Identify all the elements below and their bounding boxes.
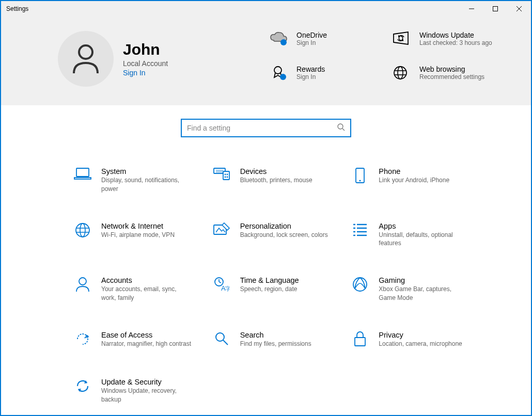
header-section: John Local Account Sign In OneDrive Sign… xyxy=(1,17,531,105)
svg-point-22 xyxy=(224,177,226,178)
svg-rect-15 xyxy=(74,178,91,179)
qa-sub: Sign In xyxy=(296,73,325,82)
cat-network[interactable]: Network & Internet Wi-Fi, airplane mode,… xyxy=(73,222,202,248)
qa-web-browsing[interactable]: Web browsing Recommended settings xyxy=(393,65,496,87)
cat-privacy[interactable]: Privacy Location, camera, microphone xyxy=(351,331,479,349)
cat-gaming[interactable]: Gaming Xbox Game Bar, captures, Game Mod… xyxy=(351,276,479,302)
account-block[interactable]: John Local Account Sign In xyxy=(58,31,244,87)
cat-title: Devices xyxy=(240,167,312,175)
quick-actions: OneDrive Sign In Windows Update Last che… xyxy=(270,31,496,87)
update-security-icon xyxy=(73,378,92,396)
cat-accounts[interactable]: Accounts Your accounts, email, sync, wor… xyxy=(73,276,202,302)
minimize-button[interactable] xyxy=(460,1,483,17)
svg-rect-48 xyxy=(355,338,365,346)
svg-point-7 xyxy=(280,74,286,80)
cat-title: System xyxy=(101,167,192,175)
cat-sub: Windows Update, recovery, backup xyxy=(101,387,192,404)
cat-title: Phone xyxy=(379,167,449,175)
cat-title: Ease of Access xyxy=(101,331,191,339)
maximize-button[interactable] xyxy=(483,1,507,17)
svg-point-5 xyxy=(280,39,287,45)
categories-grid: System Display, sound, notifications, po… xyxy=(1,147,531,409)
avatar xyxy=(58,31,114,87)
qa-windows-update[interactable]: Windows Update Last checked: 3 hours ago xyxy=(393,31,496,52)
cat-title: Accounts xyxy=(101,276,192,284)
cat-sub: Xbox Game Bar, captures, Game Mode xyxy=(379,285,469,302)
cat-title: Personalization xyxy=(240,222,328,230)
cat-title: Network & Internet xyxy=(101,222,175,230)
svg-point-6 xyxy=(274,67,281,74)
cat-sub: Your accounts, email, sync, work, family xyxy=(101,285,192,302)
devices-icon xyxy=(212,167,231,186)
cat-title: Apps xyxy=(379,222,469,230)
onedrive-icon xyxy=(270,31,290,49)
svg-point-8 xyxy=(394,67,406,79)
svg-point-25 xyxy=(359,180,361,181)
cat-search[interactable]: Search Find my files, permissions xyxy=(212,331,341,349)
cat-update-security[interactable]: Update & Security Windows Update, recove… xyxy=(73,378,202,404)
ease-of-access-icon xyxy=(73,331,92,349)
cat-sub: Display, sound, notifications, power xyxy=(101,176,192,194)
person-icon xyxy=(71,43,100,74)
qa-title: OneDrive xyxy=(296,31,327,39)
cat-phone[interactable]: Phone Link your Android, iPhone xyxy=(351,167,479,194)
search-section xyxy=(1,105,531,147)
personalization-icon xyxy=(212,222,231,241)
svg-point-23 xyxy=(226,177,228,178)
svg-text:字: 字 xyxy=(225,285,230,292)
qa-title: Windows Update xyxy=(419,31,492,39)
cat-devices[interactable]: Devices Bluetooth, printers, mouse xyxy=(212,167,341,194)
svg-point-27 xyxy=(80,223,85,237)
window-title: Settings xyxy=(1,5,28,12)
svg-point-20 xyxy=(224,174,226,175)
close-button[interactable] xyxy=(507,1,531,17)
globe-icon xyxy=(393,65,413,83)
search-icon xyxy=(337,123,345,133)
cat-sub: Speech, region, date xyxy=(240,285,299,294)
cat-title: Time & Language xyxy=(240,276,299,284)
cat-personalization[interactable]: Personalization Background, lock screen,… xyxy=(212,222,341,248)
cat-sub: Uninstall, defaults, optional features xyxy=(379,231,469,248)
qa-sub: Sign In xyxy=(296,39,327,47)
svg-point-26 xyxy=(76,223,89,237)
cat-sub: Bluetooth, printers, mouse xyxy=(240,176,312,185)
svg-rect-19 xyxy=(223,171,229,180)
cat-sub: Find my files, permissions xyxy=(240,340,311,348)
window-titlebar: Settings xyxy=(1,1,531,17)
rewards-icon xyxy=(270,65,290,84)
cat-sub: Narrator, magnifier, high contrast xyxy=(101,340,191,348)
cat-sub: Background, lock screen, colors xyxy=(240,231,328,239)
search-box[interactable] xyxy=(181,119,351,137)
qa-title: Rewards xyxy=(296,65,325,73)
cat-sub: Location, camera, microphone xyxy=(379,340,462,348)
svg-point-39 xyxy=(79,278,86,285)
cat-time-language[interactable]: A字 Time & Language Speech, region, date xyxy=(212,276,341,302)
svg-line-47 xyxy=(223,340,228,345)
gaming-icon xyxy=(351,276,369,295)
signin-link[interactable]: Sign In xyxy=(123,69,168,77)
svg-point-12 xyxy=(338,124,343,129)
cat-sub: Wi-Fi, airplane mode, VPN xyxy=(101,231,175,239)
qa-rewards[interactable]: Rewards Sign In xyxy=(270,65,373,87)
svg-point-4 xyxy=(79,45,92,59)
cat-title: Privacy xyxy=(379,331,462,339)
apps-icon xyxy=(351,222,369,241)
svg-point-9 xyxy=(398,67,403,79)
network-icon xyxy=(73,222,92,241)
cat-sub: Link your Android, iPhone xyxy=(379,176,449,185)
qa-onedrive[interactable]: OneDrive Sign In xyxy=(270,31,373,52)
cat-title: Update & Security xyxy=(101,378,192,386)
search-input[interactable] xyxy=(187,124,337,132)
svg-point-21 xyxy=(226,174,228,175)
svg-point-46 xyxy=(216,333,224,341)
cat-ease-of-access[interactable]: Ease of Access Narrator, magnifier, high… xyxy=(73,331,202,349)
qa-title: Web browsing xyxy=(419,65,484,73)
update-icon xyxy=(393,31,413,47)
svg-line-13 xyxy=(342,129,345,131)
qa-sub: Last checked: 3 hours ago xyxy=(419,39,492,47)
cat-apps[interactable]: Apps Uninstall, defaults, optional featu… xyxy=(351,222,479,248)
search-category-icon xyxy=(212,331,231,349)
cat-title: Search xyxy=(240,331,311,339)
cat-system[interactable]: System Display, sound, notifications, po… xyxy=(73,167,202,194)
account-type: Local Account xyxy=(123,59,168,68)
